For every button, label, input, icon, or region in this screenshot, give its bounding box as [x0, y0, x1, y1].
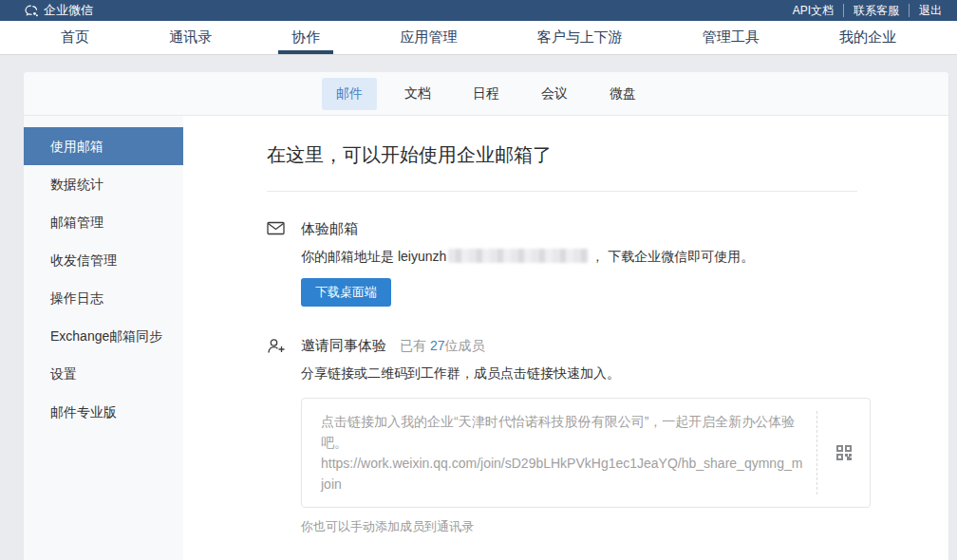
nav-tab-customers[interactable]: 客户与上下游: [532, 21, 629, 54]
content-card: 邮件 文档 日程 会议 微盘 使用邮箱 数据统计 邮箱管理 收发信管理 操作日志…: [24, 72, 948, 560]
subtab-drive[interactable]: 微盘: [595, 78, 650, 110]
collab-subtabs: 邮件 文档 日程 会议 微盘: [24, 72, 948, 116]
qr-code-button[interactable]: [816, 411, 870, 495]
qr-code-icon: [835, 444, 853, 461]
brand-name: 企业微信: [44, 2, 93, 19]
download-desktop-button[interactable]: 下载桌面端: [301, 278, 391, 307]
sidebar-item-operation-log[interactable]: 操作日志: [24, 279, 183, 317]
member-count-badge: 已有 27位成员: [400, 338, 484, 355]
section-invite-colleagues: 邀请同事体验 已有 27位成员 分享链接或二维码到工作群，成员点击链接快速加入。…: [267, 337, 857, 535]
mailbox-address-suffix: ， 下载企业微信即可使用。: [591, 249, 754, 264]
subtab-meeting[interactable]: 会议: [527, 78, 582, 110]
invite-title: 邀请同事体验: [301, 337, 386, 355]
invite-desc: 分享链接或二维码到工作群，成员点击链接快速加入。: [301, 364, 871, 383]
nav-tab-admin-tools[interactable]: 管理工具: [697, 21, 765, 54]
sidebar-item-use-mailbox[interactable]: 使用邮箱: [24, 127, 183, 165]
share-invite-url[interactable]: https://work.weixin.qq.com/join/sD29bLHk…: [321, 453, 803, 495]
sidebar-item-send-receive[interactable]: 收发信管理: [24, 241, 183, 279]
subtab-mail[interactable]: 邮件: [322, 78, 377, 110]
api-docs-link[interactable]: API文档: [783, 4, 843, 17]
section-trial-mailbox: 体验邮箱 你的邮箱地址是 leiyunzh， 下载企业微信即可使用。 下载桌面端: [267, 220, 857, 307]
sidebar-item-mail-pro[interactable]: 邮件专业版: [24, 393, 183, 431]
mailbox-address-prefix: 你的邮箱地址是 leiyunzh: [301, 249, 446, 264]
nav-tab-collaboration[interactable]: 协作: [286, 21, 326, 54]
member-count-prefix: 已有: [400, 338, 430, 353]
brand: 企业微信: [25, 2, 93, 19]
sidebar-item-mailbox-management[interactable]: 邮箱管理: [24, 203, 183, 241]
main-nav: 首页 通讯录 协作 应用管理 客户与上下游 管理工具 我的企业: [0, 21, 957, 55]
mail-icon: [267, 220, 286, 307]
sidebar-item-statistics[interactable]: 数据统计: [24, 165, 183, 203]
mail-sidebar: 使用邮箱 数据统计 邮箱管理 收发信管理 操作日志 Exchange邮箱同步 设…: [24, 116, 183, 560]
nav-tab-app-management[interactable]: 应用管理: [394, 21, 462, 54]
subtab-docs[interactable]: 文档: [390, 78, 445, 110]
nav-tab-home[interactable]: 首页: [55, 21, 95, 54]
contact-support-link[interactable]: 联系客服: [843, 4, 909, 17]
member-count-value[interactable]: 27: [430, 338, 445, 353]
topbar-links: API文档 联系客服 退出: [783, 4, 946, 17]
page-title: 在这里，可以开始使用企业邮箱了: [267, 142, 857, 168]
mailbox-address-line: 你的邮箱地址是 leiyunzh， 下载企业微信即可使用。: [301, 247, 857, 266]
member-count-suffix: 位成员: [444, 338, 484, 353]
trial-mailbox-title: 体验邮箱: [301, 220, 358, 238]
sidebar-item-exchange-sync[interactable]: Exchange邮箱同步: [24, 317, 183, 355]
sidebar-item-settings[interactable]: 设置: [24, 355, 183, 393]
nav-tab-contacts[interactable]: 通讯录: [163, 21, 217, 54]
add-person-icon: [267, 337, 286, 535]
manual-add-note[interactable]: 你也可以手动添加成员到通讯录: [301, 518, 871, 535]
logout-link[interactable]: 退出: [909, 4, 946, 17]
wechat-work-logo-icon: [25, 5, 39, 17]
share-link-texts: 点击链接加入我的企业“天津时代怡诺科技股份有限公司”，一起开启全新办公体验吧。 …: [321, 411, 816, 495]
nav-tab-my-company[interactable]: 我的企业: [834, 21, 902, 54]
heading-divider: [267, 191, 857, 192]
share-invite-text: 点击链接加入我的企业“天津时代怡诺科技股份有限公司”，一起开启全新办公体验吧。: [321, 411, 803, 453]
share-link-box: 点击链接加入我的企业“天津时代怡诺科技股份有限公司”，一起开启全新办公体验吧。 …: [301, 398, 871, 508]
main-panel: 在这里，可以开始使用企业邮箱了 体验邮箱: [183, 116, 948, 560]
redacted-email-blur: [448, 249, 589, 263]
top-bar: 企业微信 API文档 联系客服 退出: [0, 0, 957, 21]
subtab-calendar[interactable]: 日程: [459, 78, 514, 110]
